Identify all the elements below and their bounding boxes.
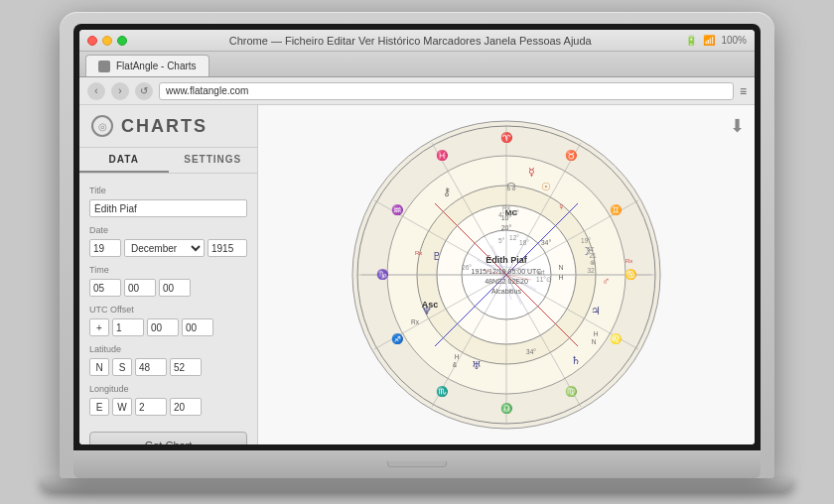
refresh-button[interactable]: ↺ [135, 82, 153, 100]
lat-s-button[interactable]: S [112, 358, 132, 376]
svg-text:⚷: ⚷ [443, 186, 451, 197]
svg-text:19°: 19° [581, 237, 591, 244]
time-row [89, 279, 247, 297]
address-input[interactable]: www.flatangle.com [159, 82, 734, 100]
lon-w-button[interactable]: W [112, 398, 132, 416]
lat-row: N S [89, 358, 247, 376]
svg-text:⊗: ⊗ [590, 259, 596, 266]
time-min-input[interactable] [124, 279, 156, 297]
utc-sign-button[interactable]: + [89, 318, 109, 336]
svg-text:♅: ♅ [472, 359, 482, 371]
forward-button[interactable]: › [111, 82, 129, 100]
lat-min-input[interactable] [170, 358, 202, 376]
sidebar-tabs: DATA SETTINGS [79, 148, 257, 174]
form-area: Title Date December January February [79, 174, 257, 424]
svg-text:21: 21 [589, 252, 597, 259]
compass-icon: ◎ [91, 115, 113, 137]
tab-settings[interactable]: SETTINGS [169, 148, 258, 173]
date-day-input[interactable] [89, 239, 121, 257]
svg-text:14°: 14° [509, 209, 519, 216]
utc-m-input[interactable] [147, 318, 179, 336]
lon-deg-input[interactable] [135, 398, 167, 416]
svg-text:11°⊙: 11°⊙ [536, 276, 552, 283]
title-input[interactable] [89, 199, 247, 217]
svg-text:N: N [592, 338, 597, 345]
svg-text:34°: 34° [541, 239, 552, 246]
maximize-button[interactable] [117, 36, 127, 46]
tab-label: FlatAngle - Charts [116, 61, 197, 71]
time-label: Time [89, 265, 247, 275]
lon-e-button[interactable]: E [89, 398, 109, 416]
lat-deg-input[interactable] [135, 358, 167, 376]
svg-text:♍: ♍ [565, 385, 578, 398]
tab-data[interactable]: DATA [79, 148, 169, 173]
svg-text:♂: ♂ [602, 275, 610, 287]
svg-text:♐: ♐ [391, 332, 404, 345]
svg-text:♌: ♌ [610, 332, 623, 345]
svg-text:Édith Piaf: Édith Piaf [486, 255, 528, 265]
svg-text:48NS2 02E20: 48NS2 02E20 [485, 278, 528, 285]
wifi-icon: 📶 [703, 35, 715, 46]
svg-text:♏: ♏ [436, 385, 449, 398]
lat-n-button[interactable]: N [89, 358, 109, 376]
menu-icon[interactable]: ≡ [740, 84, 747, 98]
astro-chart: ♈ ♉ ♊ ♋ ♌ ♍ [348, 116, 665, 434]
battery-icon: 🔋 [685, 35, 697, 46]
download-button[interactable]: ⬇ [730, 115, 745, 137]
svg-text:20°: 20° [501, 224, 512, 231]
clock: 100% [721, 35, 747, 46]
svg-text:☊: ☊ [506, 181, 516, 192]
svg-text:Asc: Asc [422, 300, 439, 310]
svg-text:♃: ♃ [591, 305, 601, 316]
svg-text:H: H [594, 330, 599, 337]
back-button[interactable]: ‹ [87, 82, 105, 100]
laptop-bottom [73, 450, 761, 478]
svg-text:4°: 4° [498, 211, 505, 218]
date-month-select[interactable]: December January February [124, 239, 205, 257]
date-row: December January February [89, 239, 247, 257]
svg-text:♀: ♀ [557, 200, 565, 212]
utc-label: UTC Offset [89, 305, 247, 315]
time-hour-input[interactable] [89, 279, 121, 297]
svg-text:&: & [453, 361, 458, 368]
toolbar-right: ≡ [740, 84, 747, 98]
lon-row: E W [89, 398, 247, 416]
address-bar: ‹ › ↺ www.flatangle.com ≡ [79, 77, 755, 105]
tab-favicon [98, 61, 110, 72]
screen-bezel: Chrome — Ficheiro Editar Ver Histórico M… [73, 24, 761, 450]
svg-text:♑: ♑ [376, 268, 389, 281]
browser-window: Chrome — Ficheiro Editar Ver Histórico M… [79, 30, 755, 444]
svg-text:♊: ♊ [610, 203, 623, 216]
svg-text:26°: 26° [462, 264, 472, 271]
lat-label: Latitude [89, 344, 247, 354]
svg-text:♋: ♋ [625, 268, 637, 281]
svg-text:18°: 18° [519, 239, 529, 246]
svg-text:Rx: Rx [415, 250, 422, 256]
minimize-button[interactable] [102, 36, 112, 46]
lon-min-input[interactable] [170, 398, 202, 416]
sidebar: ◎ CHARTS DATA SETTINGS Title D [79, 105, 258, 444]
sidebar-header: ◎ CHARTS [79, 105, 257, 148]
utc-s-input[interactable] [182, 318, 213, 336]
date-year-input[interactable] [208, 239, 247, 257]
lon-label: Longitude [89, 384, 247, 394]
laptop-shell: Chrome — Ficheiro Editar Ver Histórico M… [60, 12, 774, 478]
svg-text:Alcabitius: Alcabitius [491, 288, 521, 295]
page-content: ◎ CHARTS DATA SETTINGS Title D [79, 105, 755, 444]
svg-text:♒: ♒ [391, 203, 404, 216]
svg-text:1915/12/19 05:00 UTC: 1915/12/19 05:00 UTC [472, 268, 542, 275]
chart-area: ⬇ [258, 105, 755, 444]
close-button[interactable] [87, 36, 97, 46]
time-sec-input[interactable] [159, 279, 191, 297]
browser-tab[interactable]: FlatAngle - Charts [85, 55, 209, 76]
get-chart-button[interactable]: Get Chart [89, 432, 247, 444]
svg-text:♉: ♉ [565, 149, 578, 162]
svg-text:srt: srt [537, 269, 544, 276]
laptop-base [40, 478, 794, 492]
svg-text:Rx: Rx [411, 318, 420, 325]
svg-text:sz: sz [588, 245, 595, 252]
traffic-lights [87, 36, 127, 46]
utc-h-input[interactable] [112, 318, 144, 336]
svg-text:♈: ♈ [500, 131, 513, 144]
svg-text:N: N [558, 264, 563, 271]
